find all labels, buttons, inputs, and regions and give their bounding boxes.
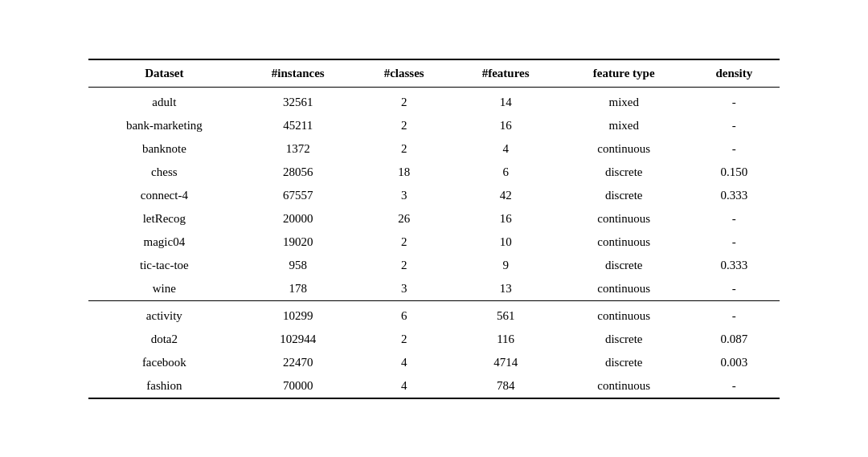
table-row: tic-tac-toe 958 2 9 discrete 0.333 xyxy=(88,254,780,277)
cell-instances: 22470 xyxy=(240,351,356,374)
cell-density: 0.333 xyxy=(689,184,780,207)
cell-dataset: dota2 xyxy=(88,328,240,351)
cell-feature-type: continuous xyxy=(559,137,689,161)
cell-dataset: chess xyxy=(88,161,240,184)
cell-feature-type: discrete xyxy=(559,254,689,277)
cell-dataset: letRecog xyxy=(88,207,240,231)
cell-features: 6 xyxy=(452,161,559,184)
table-row: letRecog 20000 26 16 continuous - xyxy=(88,207,780,231)
cell-features: 561 xyxy=(452,300,559,328)
col-header-density: density xyxy=(689,59,780,88)
cell-instances: 1372 xyxy=(240,137,356,161)
col-header-feature-type: feature type xyxy=(559,59,689,88)
table-row: bank-marketing 45211 2 16 mixed - xyxy=(88,114,780,137)
cell-features: 16 xyxy=(452,207,559,231)
cell-feature-type: continuous xyxy=(559,300,689,328)
table-container: Dataset #instances #classes #features fe… xyxy=(88,59,780,399)
cell-dataset: facebook xyxy=(88,351,240,374)
table-row: fashion 70000 4 784 continuous - xyxy=(88,374,780,398)
table-row: adult 32561 2 14 mixed - xyxy=(88,87,780,114)
cell-classes: 3 xyxy=(356,184,452,207)
cell-density: - xyxy=(689,374,780,398)
cell-density: - xyxy=(689,231,780,254)
cell-feature-type: discrete xyxy=(559,351,689,374)
cell-feature-type: mixed xyxy=(559,114,689,137)
cell-feature-type: continuous xyxy=(559,374,689,398)
cell-features: 42 xyxy=(452,184,559,207)
header-row: Dataset #instances #classes #features fe… xyxy=(88,59,780,88)
col-header-instances: #instances xyxy=(240,59,356,88)
cell-classes: 2 xyxy=(356,87,452,114)
cell-instances: 28056 xyxy=(240,161,356,184)
table-row: connect-4 67557 3 42 discrete 0.333 xyxy=(88,184,780,207)
col-header-classes: #classes xyxy=(356,59,452,88)
cell-classes: 2 xyxy=(356,328,452,351)
cell-density: 0.003 xyxy=(689,351,780,374)
cell-density: - xyxy=(689,137,780,161)
cell-features: 16 xyxy=(452,114,559,137)
cell-features: 14 xyxy=(452,87,559,114)
cell-classes: 2 xyxy=(356,137,452,161)
cell-density: - xyxy=(689,87,780,114)
cell-instances: 102944 xyxy=(240,328,356,351)
cell-features: 9 xyxy=(452,254,559,277)
table-row: wine 178 3 13 continuous - xyxy=(88,277,780,301)
cell-instances: 19020 xyxy=(240,231,356,254)
table-row: activity 10299 6 561 continuous - xyxy=(88,300,780,328)
cell-dataset: bank-marketing xyxy=(88,114,240,137)
cell-instances: 958 xyxy=(240,254,356,277)
cell-density: - xyxy=(689,207,780,231)
cell-density: - xyxy=(689,114,780,137)
cell-instances: 10299 xyxy=(240,300,356,328)
cell-features: 116 xyxy=(452,328,559,351)
cell-features: 13 xyxy=(452,277,559,301)
cell-density: 0.150 xyxy=(689,161,780,184)
col-header-dataset: Dataset xyxy=(88,59,240,88)
cell-classes: 3 xyxy=(356,277,452,301)
cell-instances: 20000 xyxy=(240,207,356,231)
cell-classes: 6 xyxy=(356,300,452,328)
cell-classes: 18 xyxy=(356,161,452,184)
cell-dataset: fashion xyxy=(88,374,240,398)
cell-dataset: activity xyxy=(88,300,240,328)
table-row: magic04 19020 2 10 continuous - xyxy=(88,231,780,254)
cell-feature-type: discrete xyxy=(559,184,689,207)
cell-instances: 178 xyxy=(240,277,356,301)
cell-density: - xyxy=(689,300,780,328)
cell-instances: 32561 xyxy=(240,87,356,114)
table-row: dota2 102944 2 116 discrete 0.087 xyxy=(88,328,780,351)
cell-feature-type: discrete xyxy=(559,328,689,351)
cell-classes: 26 xyxy=(356,207,452,231)
cell-dataset: tic-tac-toe xyxy=(88,254,240,277)
cell-density: - xyxy=(689,277,780,301)
cell-dataset: connect-4 xyxy=(88,184,240,207)
cell-dataset: banknote xyxy=(88,137,240,161)
cell-instances: 45211 xyxy=(240,114,356,137)
cell-feature-type: continuous xyxy=(559,277,689,301)
cell-dataset: wine xyxy=(88,277,240,301)
col-header-features: #features xyxy=(452,59,559,88)
cell-classes: 4 xyxy=(356,351,452,374)
cell-instances: 67557 xyxy=(240,184,356,207)
table-row: facebook 22470 4 4714 discrete 0.003 xyxy=(88,351,780,374)
cell-feature-type: continuous xyxy=(559,207,689,231)
cell-instances: 70000 xyxy=(240,374,356,398)
cell-classes: 2 xyxy=(356,254,452,277)
cell-feature-type: continuous xyxy=(559,231,689,254)
cell-dataset: adult xyxy=(88,87,240,114)
data-table: Dataset #instances #classes #features fe… xyxy=(88,59,780,399)
cell-features: 10 xyxy=(452,231,559,254)
cell-feature-type: discrete xyxy=(559,161,689,184)
cell-classes: 2 xyxy=(356,231,452,254)
cell-density: 0.087 xyxy=(689,328,780,351)
cell-features: 784 xyxy=(452,374,559,398)
cell-classes: 2 xyxy=(356,114,452,137)
cell-features: 4 xyxy=(452,137,559,161)
cell-classes: 4 xyxy=(356,374,452,398)
cell-dataset: magic04 xyxy=(88,231,240,254)
table-row: banknote 1372 2 4 continuous - xyxy=(88,137,780,161)
table-row: chess 28056 18 6 discrete 0.150 xyxy=(88,161,780,184)
cell-density: 0.333 xyxy=(689,254,780,277)
cell-features: 4714 xyxy=(452,351,559,374)
cell-feature-type: mixed xyxy=(559,87,689,114)
